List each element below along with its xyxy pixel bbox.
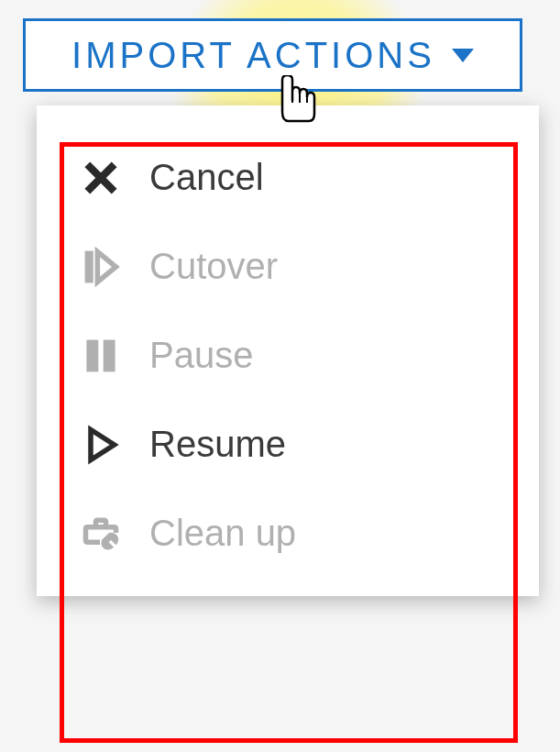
pause-icon (81, 336, 136, 376)
menu-item-label: Resume (149, 424, 286, 465)
menu-item-label: Cancel (149, 157, 264, 198)
toolbox-icon (81, 514, 136, 554)
menu-item-label: Cutover (149, 246, 278, 287)
menu-item-label: Clean up (149, 513, 296, 554)
import-actions-button[interactable]: IMPORT ACTIONS (23, 18, 522, 92)
svg-rect-3 (86, 251, 93, 282)
cutover-icon (81, 247, 136, 287)
menu-item-cutover: Cutover (37, 222, 539, 311)
svg-rect-4 (87, 340, 97, 370)
import-actions-menu: Cancel Cutover Pause (37, 105, 539, 596)
menu-item-cancel[interactable]: Cancel (37, 133, 539, 222)
menu-item-resume[interactable]: Resume (37, 400, 539, 489)
svg-rect-5 (104, 340, 115, 370)
menu-item-label: Pause (149, 335, 253, 376)
menu-item-cleanup: Clean up (37, 489, 539, 578)
chevron-down-icon (452, 49, 474, 62)
import-actions-label: IMPORT ACTIONS (71, 35, 435, 76)
close-icon (81, 158, 136, 198)
play-icon (81, 425, 136, 465)
menu-item-pause: Pause (37, 311, 539, 400)
